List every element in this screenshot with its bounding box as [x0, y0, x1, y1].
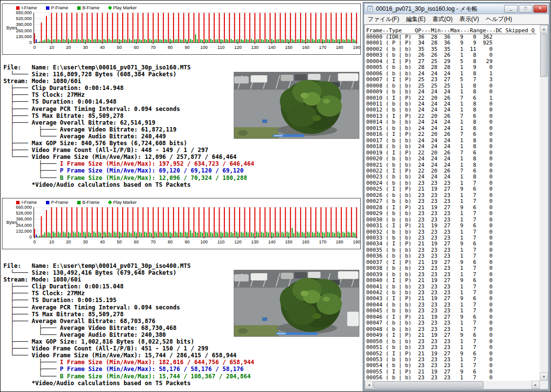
- svg-text:50: 50: [117, 240, 122, 244]
- file-info-line: *Video/Audio calculations based on TS Pa…: [3, 181, 254, 188]
- vertical-scrollbar-thumb[interactable]: [540, 34, 548, 77]
- menu-item[interactable]: ファイル(F): [364, 14, 402, 24]
- legend-item: B-Frame: [77, 5, 100, 10]
- log-row: 00047 ( b | b) 23 23 23 1 7 0: [366, 320, 540, 326]
- svg-text:20: 20: [66, 240, 71, 244]
- file-info-line: ├──── TS Max Bitrate: 85,509,278: [3, 311, 254, 318]
- menu-item[interactable]: ヘルプ(H): [483, 14, 516, 24]
- file-info-line: Stream: Mode: 1080/60i: [3, 78, 254, 85]
- file-info-line: ├──── Clip Duration: 0:00:15.048: [3, 283, 254, 290]
- resize-grip[interactable]: [540, 381, 548, 389]
- file-info-line: File: Name: E:\user\temp\00016_pv071_30p…: [3, 64, 254, 71]
- file-info-line: File: Name: E:\user\temp\00014_pv071_30p…: [3, 262, 254, 269]
- file-info-line: Stream: Mode: 1080/60i: [3, 276, 254, 283]
- svg-text:150: 150: [285, 240, 292, 244]
- scroll-right-icon[interactable]: ►: [531, 381, 540, 389]
- log-row: 00056 ( b | b) 23 23 23 1 7 0: [366, 375, 540, 381]
- svg-text:110: 110: [218, 45, 224, 50]
- svg-text:390,000: 390,000: [16, 22, 32, 27]
- log-rows: 00000 (IDR| P) 36 28 36 9 0 36200001 ( P…: [366, 34, 540, 381]
- log-row: 00025 ( I | P) 21 19 27 9 6 0: [366, 186, 540, 192]
- i-frame-icon: [16, 6, 20, 10]
- svg-text:180: 180: [336, 240, 343, 244]
- maximize-button[interactable]: □: [519, 5, 532, 13]
- notepad-titlebar[interactable]: 00016_pv071_30p_iso160.log - メモ帳 _ □ ✕: [364, 3, 549, 14]
- svg-text:180: 180: [336, 45, 343, 50]
- legend-label: B-Frame: [83, 5, 100, 10]
- file-info-line: └──── B Frame Size (Min/Ave/Max): 12,096…: [3, 174, 254, 181]
- file-info-line: ├──── I Frame Size (Min/Ave/Max): 197,95…: [3, 160, 254, 167]
- log-row: 00036 ( b | b) 23 23 23 1 7 0: [366, 253, 540, 259]
- log-row: 00049 ( I | P) 21 19 27 9 6 0: [366, 332, 540, 338]
- scroll-left-icon[interactable]: ◄: [365, 381, 373, 389]
- svg-text:520,000: 520,000: [16, 16, 32, 21]
- file-info-line: └──── Video Frame Size (Min/Ave/Max): 12…: [3, 153, 254, 160]
- p-frame-icon: [46, 6, 49, 10]
- menu-item[interactable]: 編集(E): [402, 14, 429, 24]
- horizontal-scrollbar[interactable]: ◄ ►: [365, 381, 540, 389]
- file-info-line: *Video/Audio calculations based on TS Pa…: [3, 380, 254, 387]
- vertical-scrollbar[interactable]: ▲ ▼: [540, 25, 548, 381]
- svg-text:110: 110: [218, 240, 224, 244]
- log-row: 00031 ( I | P) 21 19 27 9 6 0: [366, 223, 540, 229]
- bitrate-chart-panel-1: I-FrameP-FrameB-FramePlay Marker 650,000…: [2, 3, 361, 55]
- file-info-line: ├──── Max GOP Size: 840,576 Bytes (6,724…: [3, 140, 254, 147]
- log-row: 00040 ( I | P) 21 19 27 9 6 0: [366, 278, 540, 283]
- file-info-line: ├──── TS Clock: 27MHz: [3, 91, 254, 98]
- file-info-line: ├──── P Frame Size (Min/Ave/Max): 58,176…: [3, 366, 254, 372]
- log-row: 00051 ( b | b) 23 23 23 1 7 0: [366, 345, 540, 350]
- scroll-up-icon[interactable]: ▲: [540, 25, 548, 33]
- svg-text:120: 120: [234, 45, 242, 50]
- b-frame-icon: [77, 201, 81, 204]
- svg-text:70: 70: [151, 45, 155, 50]
- close-button[interactable]: ✕: [533, 5, 547, 13]
- file-info-line: ├──── Average Overall Bitrate: 68,703,87…: [3, 318, 254, 325]
- svg-text:Bytes: Bytes: [6, 25, 18, 30]
- chart-legend: I-FrameP-FrameB-FramePlay Marker: [16, 200, 137, 205]
- notepad-menubar: ファイル(F)編集(E)書式(O)表示(V)ヘルプ(H): [364, 14, 549, 24]
- svg-text:130: 130: [251, 45, 259, 50]
- svg-text:260,000: 260,000: [16, 28, 32, 33]
- scroll-down-icon[interactable]: ▼: [540, 372, 548, 381]
- bitrate-chart[interactable]: 650,000520,000390,000260,000130,0000Byte…: [2, 11, 360, 54]
- log-header: Frame--Type QP---Min---Max---Range---DC …: [366, 27, 536, 34]
- legend-label: I-Frame: [22, 200, 37, 205]
- horizontal-scrollbar-thumb[interactable]: [374, 381, 484, 389]
- svg-text:140: 140: [268, 240, 275, 244]
- svg-text:80: 80: [168, 240, 173, 244]
- file-info-line: ├──── Max GOP Size: 1,002,816 Bytes (8,0…: [3, 338, 254, 345]
- svg-text:190: 190: [353, 240, 360, 244]
- log-row: 00029 ( b | b) 23 23 23 1 7 0: [366, 211, 540, 217]
- log-row: 00023 ( b | b) 24 24 24 1 8 0: [366, 174, 540, 180]
- bitrate-chart-panel-2: I-FrameP-FrameB-FramePlay Marker 660,000…: [2, 198, 361, 249]
- minimize-button[interactable]: _: [504, 5, 518, 13]
- play-marker-icon: [108, 6, 111, 10]
- svg-text:120: 120: [234, 240, 242, 244]
- window-title: 00016_pv071_30p_iso160.log - メモ帳: [376, 5, 504, 13]
- svg-text:650,000: 650,000: [16, 11, 32, 15]
- menu-item[interactable]: 書式(O): [429, 14, 456, 24]
- svg-text:100: 100: [200, 240, 208, 244]
- svg-text:150: 150: [285, 45, 292, 50]
- log-row: 00009 ( b | b) 24 24 24 1 8 0: [366, 89, 540, 95]
- bitrate-chart[interactable]: 660,000528,000396,000264,000132,0000Byte…: [2, 206, 360, 249]
- p-frame-icon: [46, 201, 49, 204]
- log-row: 00014 ( b | b) 24 24 24 1 8 0: [366, 119, 540, 125]
- file-info-line: ├──── Average Overall Bitrate: 62,514,91…: [3, 119, 254, 126]
- svg-text:40: 40: [100, 45, 105, 50]
- notepad-icon: [367, 5, 374, 12]
- svg-text:40: 40: [100, 240, 105, 244]
- svg-text:264,000: 264,000: [16, 223, 32, 228]
- log-row: 00003 ( b | b) 26 26 26 1 8 0: [366, 52, 540, 58]
- menu-item[interactable]: 表示(V): [456, 14, 483, 24]
- file-info-line: ├──── Video Frame Count (All-I/P/B): 448…: [3, 147, 254, 153]
- legend-item: I-Frame: [16, 5, 37, 10]
- log-row: 00005 ( b | b) 28 28 28 1 9 0: [366, 65, 540, 70]
- log-row: 00018 ( b | b) 24 24 24 1 8 0: [366, 144, 540, 150]
- svg-text:190: 190: [353, 45, 360, 50]
- file-info: File: Name: E:\user\temp\00016_pv071_30p…: [3, 64, 254, 188]
- notepad-text-area[interactable]: Frame--Type QP---Min---Max---Range---DC …: [365, 25, 540, 381]
- file-info-line: ├──── TS Duration: 0:00:14.948: [3, 98, 254, 105]
- video-thumbnail-svg: [234, 270, 359, 336]
- legend-label: B-Frame: [83, 200, 100, 205]
